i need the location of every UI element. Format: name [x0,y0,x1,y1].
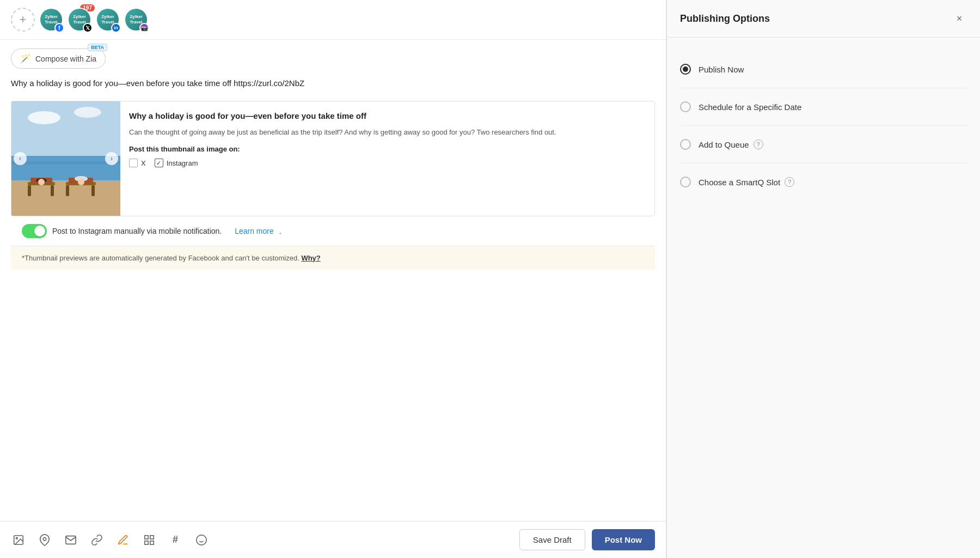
smartq-label: Choose a SmartQ Slot ? [699,177,794,187]
profile-x[interactable]: 197 ZylkerTravel 𝕏 [68,8,91,32]
svg-point-11 [38,179,45,185]
svg-point-20 [43,537,46,541]
svg-point-19 [16,537,17,539]
svg-point-2 [74,107,101,118]
check-mark: ✓ [156,160,161,167]
svg-point-17 [78,179,84,185]
instagram-checkbox[interactable]: ✓ [155,159,163,167]
smartq-help-icon[interactable]: ? [785,177,794,187]
bottom-toolbar: # Save Draft Post Now [0,521,666,558]
main-area: + ZylkerTravel f 197 ZylkerTravel 𝕏 Zylk… [0,0,666,558]
option-queue[interactable]: Add to Queue ? [680,126,967,163]
compose-bar: BETA 🪄 Compose with Zia [0,40,666,77]
post-now-button[interactable]: Post Now [592,529,655,550]
learn-more-link[interactable]: Learn more [235,227,274,235]
profile-facebook[interactable]: ZylkerTravel f [39,8,63,32]
beach-image [11,101,120,216]
add-profile-button[interactable]: + [11,8,35,32]
svg-rect-9 [51,185,54,196]
instagram-notice-text: Post to Instagram manually via mobile no… [52,227,222,235]
x-checkbox[interactable] [129,159,138,167]
post-content: Why a holiday is good for you—even befor… [0,77,666,521]
thumbnail-x-option[interactable]: X [129,159,146,167]
emoji-icon[interactable] [194,532,209,548]
radio-publish-now[interactable] [680,64,691,75]
panel-header: Publishing Options × [667,0,980,38]
svg-rect-14 [66,185,69,196]
svg-rect-24 [145,541,148,544]
radio-dot [683,66,688,72]
preview-title: Why a holiday is good for you—even befor… [129,110,646,122]
toolbar-actions: Save Draft Post Now [519,529,655,550]
publishing-options-panel: Publishing Options × Publish Now Schedul… [666,0,980,558]
svg-rect-8 [28,185,31,196]
top-bar: + ZylkerTravel f 197 ZylkerTravel 𝕏 Zylk… [0,0,666,40]
save-draft-button[interactable]: Save Draft [519,529,585,550]
thumbnail-notice: *Thumbnail previews are automatically ge… [11,246,655,270]
post-text[interactable]: Why a holiday is good for you—even befor… [11,77,655,90]
edit-icon[interactable] [115,532,131,548]
toolbar-icons: # [11,532,519,548]
svg-rect-5 [11,180,120,216]
svg-rect-15 [91,185,95,196]
x-label: X [141,159,146,167]
thumbnail-notice-text: *Thumbnail previews are automatically ge… [22,254,299,262]
svg-rect-23 [150,541,154,544]
preview-description: Can the thought of going away be just as… [129,127,646,138]
thumbnail-label: Post this thumbnail as image on: [129,145,646,153]
hashtag-icon[interactable]: # [168,532,183,548]
email-icon[interactable] [63,532,78,548]
svg-rect-3 [11,156,120,183]
instagram-toggle[interactable] [22,224,47,238]
publish-now-label: Publish Now [699,65,744,74]
thumbnail-options: X ✓ Instagram [129,159,646,167]
svg-rect-22 [150,535,154,538]
location-icon[interactable] [37,532,52,548]
profile-instagram[interactable]: ZylkerTravel 📷 [124,8,148,32]
preview-image: ‹ › [11,101,120,216]
compose-zia-label: Compose with Zia [35,54,96,63]
radio-smartq[interactable] [680,177,691,187]
option-publish-now[interactable]: Publish Now [680,51,967,88]
svg-rect-21 [145,535,148,538]
panel-title: Publishing Options [680,13,770,25]
close-panel-button[interactable]: × [952,11,967,26]
grid-icon[interactable] [142,532,157,548]
preview-text-content: Why a holiday is good for you—even befor… [120,101,654,216]
compose-zia-button[interactable]: BETA 🪄 Compose with Zia [11,48,106,69]
facebook-badge: f [54,23,64,33]
zia-icon: 🪄 [20,53,31,64]
panel-options: Publish Now Schedule for a Specific Date… [667,38,980,214]
toggle-knob [34,226,45,236]
svg-point-25 [197,535,206,544]
image-icon[interactable] [11,532,26,548]
option-smartq[interactable]: Choose a SmartQ Slot ? [680,163,967,201]
thumbnail-why-link[interactable]: Why? [301,254,320,262]
schedule-label: Schedule for a Specific Date [699,102,801,112]
radio-queue[interactable] [680,139,691,150]
svg-rect-4 [11,161,120,164]
radio-schedule[interactable] [680,101,691,112]
queue-help-icon[interactable]: ? [754,140,763,149]
x-badge: 𝕏 [83,23,93,33]
thumbnail-instagram-option[interactable]: ✓ Instagram [155,159,198,167]
linkedin-badge: in [111,23,121,33]
prev-arrow[interactable]: ‹ [14,152,27,165]
preview-card: ‹ › Why a holiday is good for you—even b… [11,101,655,216]
instagram-badge: 📷 [139,23,149,33]
link-icon[interactable] [89,532,105,548]
instagram-label: Instagram [167,159,198,167]
next-arrow[interactable]: › [105,152,118,165]
svg-point-1 [28,111,60,124]
option-schedule[interactable]: Schedule for a Specific Date [680,88,967,126]
beta-badge: BETA [88,44,107,51]
queue-label: Add to Queue ? [699,140,763,149]
profile-linkedin[interactable]: ZylkerTravel in [96,8,120,32]
instagram-notice: Post to Instagram manually via mobile no… [11,216,655,246]
